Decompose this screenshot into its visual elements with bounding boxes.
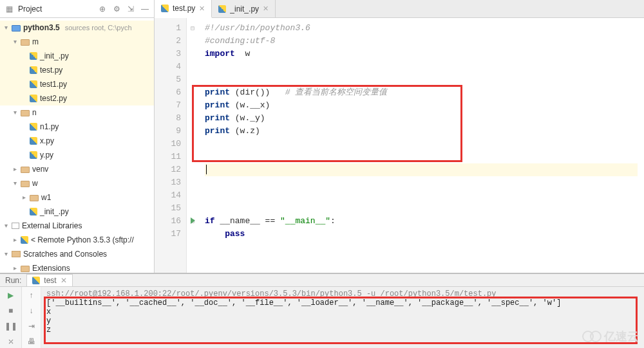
code-line[interactable]: print (w._y) bbox=[205, 112, 638, 125]
python-file-icon bbox=[32, 277, 40, 284]
code-line[interactable] bbox=[205, 163, 638, 176]
tree-file[interactable]: .test2.py bbox=[0, 91, 154, 105]
wrap-icon[interactable]: ⇥ bbox=[26, 320, 37, 332]
run-controls-inner: ↑ ↓ ⇥ 🖶 bbox=[22, 287, 41, 348]
tree-file[interactable]: .n1.py bbox=[0, 120, 154, 134]
tree-folder-w[interactable]: ▾ w bbox=[0, 176, 154, 190]
command-line: ssh://root@192.168.1.200:22/root/.pyenv/… bbox=[46, 289, 639, 298]
console-output[interactable]: ssh://root@192.168.1.200:22/root/.pyenv/… bbox=[41, 287, 644, 348]
tree-file[interactable]: ._init_.py bbox=[0, 49, 154, 63]
run-tab[interactable]: test ✕ bbox=[26, 274, 72, 286]
project-icon: ▦ bbox=[4, 4, 14, 14]
hide-icon[interactable]: — bbox=[140, 4, 150, 14]
tree-folder-n[interactable]: ▾ n bbox=[0, 105, 154, 120]
gear-icon[interactable]: ⚙ bbox=[111, 4, 122, 14]
python-file-icon bbox=[218, 5, 226, 13]
code-line[interactable]: #!/usr/bin/poython3.6 bbox=[205, 22, 638, 35]
python-file-icon bbox=[161, 5, 169, 12]
output-line: y bbox=[46, 316, 639, 325]
code-line[interactable] bbox=[205, 151, 638, 163]
tree-external-libs[interactable]: ▾ External Libraries bbox=[0, 219, 154, 233]
fold-column: ⊟⊟ bbox=[187, 18, 198, 273]
project-header: ▦ Project ⊕ ⚙ ⇲ — bbox=[0, 0, 154, 18]
code-line[interactable]: import w bbox=[205, 48, 638, 60]
tree-root[interactable]: ▾ python3.5 sources root, C:\pych bbox=[0, 21, 154, 35]
run-label: Run: bbox=[5, 276, 21, 285]
tree-folder-venv[interactable]: ▸ venv bbox=[0, 162, 154, 176]
project-root-label: python3.5 bbox=[23, 22, 60, 33]
tree-remote[interactable]: ▸ < Remote Python 3.5.3 (sftp:// bbox=[0, 233, 154, 247]
line-gutter: 1234567891011121314151617 bbox=[155, 18, 187, 273]
close-icon[interactable]: ✕ bbox=[199, 5, 205, 13]
tree-folder-m[interactable]: ▾ m bbox=[0, 35, 154, 49]
tree-file[interactable]: ._init_.py bbox=[0, 205, 154, 219]
tree-file[interactable]: .test1.py bbox=[0, 77, 154, 91]
print-icon[interactable]: 🖶 bbox=[26, 336, 37, 347]
close-icon[interactable]: ✕ bbox=[263, 5, 269, 13]
stop-button[interactable]: ■ bbox=[5, 305, 17, 316]
code-editor[interactable]: 1234567891011121314151617 ⊟⊟ #!/usr/bin/… bbox=[155, 18, 644, 273]
code-line[interactable]: #conding:utf-8 bbox=[205, 35, 638, 48]
project-root-hint: sources root, C:\pych bbox=[65, 22, 132, 33]
run-button[interactable]: ▶ bbox=[5, 289, 17, 301]
code-line[interactable] bbox=[205, 176, 638, 189]
tree-folder-w1[interactable]: ▸ w1 bbox=[0, 190, 154, 205]
tree-file[interactable]: .x.py bbox=[0, 134, 154, 148]
run-header: Run: test ✕ bbox=[0, 274, 644, 287]
editor-tabs: test.py ✕ _init_.py ✕ bbox=[155, 0, 644, 18]
code-line[interactable]: print (w.z) bbox=[205, 125, 638, 138]
output-line: z bbox=[46, 325, 639, 334]
editor-area: test.py ✕ _init_.py ✕ 123456789101112131… bbox=[155, 0, 644, 273]
code-line[interactable] bbox=[205, 202, 638, 215]
code-line[interactable]: pass bbox=[205, 228, 638, 241]
code-line[interactable]: print (dir()) # 查看当前名称空间变量值 bbox=[205, 86, 638, 99]
code-line[interactable]: if __name__ == "__main__": bbox=[205, 215, 638, 228]
code-line[interactable] bbox=[205, 73, 638, 86]
tab-test-py[interactable]: test.py ✕ bbox=[155, 0, 212, 18]
output-line: ['__builtins__', '__cached__', '__doc__'… bbox=[46, 298, 639, 307]
down-icon[interactable]: ↓ bbox=[26, 305, 37, 316]
tree-extensions[interactable]: ▸ Extensions bbox=[0, 261, 154, 273]
split-icon[interactable]: ⇲ bbox=[126, 4, 136, 14]
tree-file[interactable]: .y.py bbox=[0, 148, 154, 162]
tab-init-py[interactable]: _init_.py ✕ bbox=[212, 0, 276, 17]
code-body[interactable]: #!/usr/bin/poython3.6#conding:utf-8impor… bbox=[198, 18, 644, 273]
code-line[interactable] bbox=[205, 60, 638, 73]
code-line[interactable]: print (w.__x) bbox=[205, 99, 638, 112]
tree-file[interactable]: .test.py bbox=[0, 63, 154, 77]
project-sidebar: ▦ Project ⊕ ⚙ ⇲ — ▾ python3.5 sources ro… bbox=[0, 0, 155, 273]
tree-scratches[interactable]: ▾ Scratches and Consoles bbox=[0, 247, 154, 261]
pause-button[interactable]: ❚❚ bbox=[5, 320, 17, 332]
tree-label: m bbox=[32, 36, 39, 48]
project-title: Project bbox=[18, 5, 93, 14]
up-icon[interactable]: ↑ bbox=[26, 289, 37, 301]
code-line[interactable] bbox=[205, 138, 638, 151]
exit-button[interactable]: ⤫ bbox=[5, 336, 17, 347]
run-controls-left: ▶ ■ ❚❚ ⤫ bbox=[0, 287, 22, 348]
close-icon[interactable]: ✕ bbox=[61, 276, 67, 285]
target-icon[interactable]: ⊕ bbox=[97, 4, 108, 14]
output-line: x bbox=[46, 307, 639, 316]
project-tree[interactable]: ▾ python3.5 sources root, C:\pych ▾ m ._… bbox=[0, 18, 154, 273]
run-panel: Run: test ✕ ▶ ■ ❚❚ ⤫ ↑ ↓ ⇥ 🖶 ssh://root@… bbox=[0, 273, 644, 347]
code-line[interactable] bbox=[205, 189, 638, 202]
